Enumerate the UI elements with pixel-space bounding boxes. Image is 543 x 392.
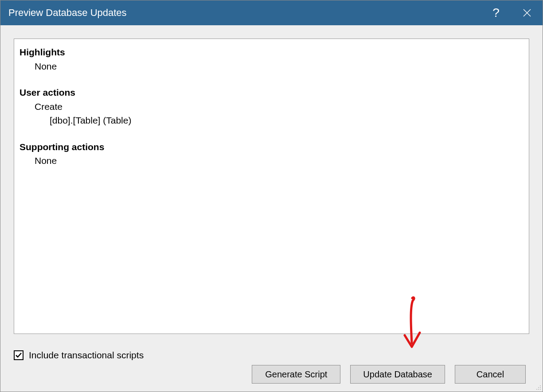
resize-grip-icon[interactable] bbox=[534, 383, 541, 390]
window-title: Preview Database Updates bbox=[8, 7, 480, 19]
dialog-body: Highlights None User actions Create [dbo… bbox=[0, 25, 543, 392]
generate-script-button[interactable]: Generate Script bbox=[252, 365, 340, 384]
highlights-heading: Highlights bbox=[20, 45, 523, 59]
svg-point-5 bbox=[536, 389, 537, 390]
include-transactional-checkbox-row: Include transactional scripts bbox=[14, 350, 144, 361]
footer-row: Include transactional scripts bbox=[14, 350, 529, 361]
highlights-value: None bbox=[20, 59, 523, 74]
titlebar-controls: ? bbox=[480, 0, 543, 25]
button-row: Generate Script Update Database Cancel bbox=[14, 365, 529, 384]
svg-point-2 bbox=[540, 385, 541, 386]
supporting-actions-heading: Supporting actions bbox=[20, 140, 523, 154]
titlebar: Preview Database Updates ? bbox=[0, 0, 543, 25]
preview-content: Highlights None User actions Create [dbo… bbox=[14, 39, 529, 334]
update-database-button[interactable]: Update Database bbox=[350, 365, 445, 384]
user-action-type: Create bbox=[20, 100, 523, 114]
include-transactional-label: Include transactional scripts bbox=[29, 350, 144, 361]
supporting-actions-value: None bbox=[20, 154, 523, 168]
svg-point-4 bbox=[540, 387, 541, 388]
dialog-window: Preview Database Updates ? Highlights No… bbox=[0, 0, 543, 392]
close-icon[interactable] bbox=[512, 0, 543, 25]
user-actions-heading: User actions bbox=[20, 85, 523, 100]
svg-point-7 bbox=[540, 389, 541, 390]
include-transactional-checkbox[interactable] bbox=[14, 350, 23, 360]
cancel-button[interactable]: Cancel bbox=[455, 365, 526, 384]
svg-point-3 bbox=[538, 387, 539, 388]
user-action-item: [dbo].[Table] (Table) bbox=[20, 113, 523, 128]
svg-point-6 bbox=[538, 389, 539, 390]
help-icon[interactable]: ? bbox=[480, 0, 512, 25]
